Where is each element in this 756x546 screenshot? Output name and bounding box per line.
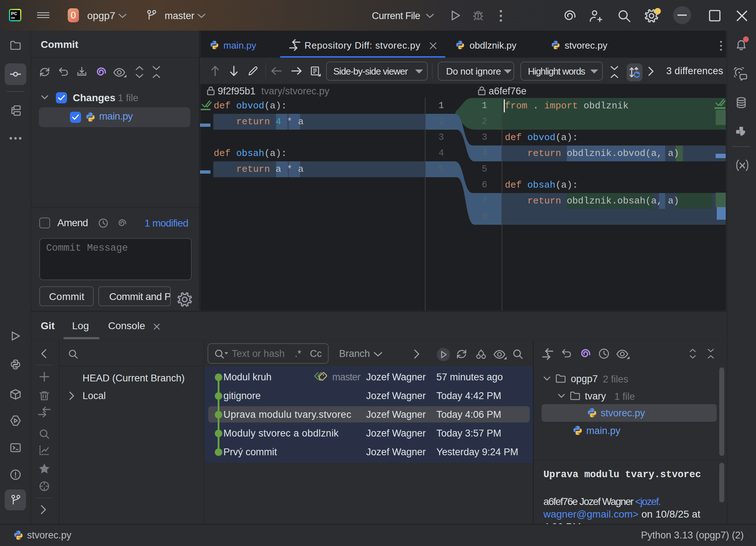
svg-text:PC: PC <box>11 11 17 16</box>
